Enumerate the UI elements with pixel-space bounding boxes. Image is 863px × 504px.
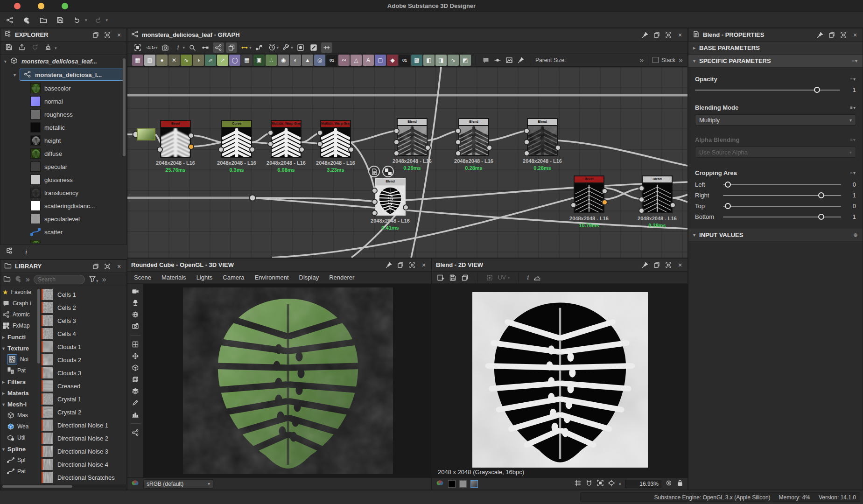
blur-node-icon[interactable]: ● <box>156 55 168 66</box>
transform-icon[interactable] <box>486 274 493 281</box>
pixel-processor-node-icon[interactable]: ◧ <box>423 55 435 66</box>
grayscale-conversion-node-icon[interactable]: 01 <box>326 55 337 66</box>
opacity-slider[interactable] <box>695 87 840 93</box>
library-item[interactable]: Directional Noise 4 <box>42 458 126 471</box>
chevron-down-icon[interactable]: ▾ <box>55 46 57 50</box>
chevron-down-icon[interactable]: ▾ <box>4 59 7 64</box>
node-input-dot[interactable] <box>317 130 323 136</box>
pin-node-icon[interactable] <box>515 55 526 65</box>
thumbnail-icon[interactable] <box>295 42 306 53</box>
tree-item-package[interactable]: ▾monstera_deliciosa_leaf... <box>0 55 126 68</box>
library-category-pat[interactable]: Pat <box>0 466 40 477</box>
fit-view-icon[interactable] <box>132 42 143 53</box>
node-output-dot[interactable] <box>670 202 676 208</box>
library-item[interactable]: Clouds 1 <box>42 340 126 353</box>
close-icon[interactable]: × <box>676 261 684 269</box>
chevron-down-icon[interactable]: ▾ <box>249 45 252 50</box>
curve-node-icon[interactable]: ∿ <box>181 55 192 66</box>
tree-item-output[interactable]: basecolor <box>0 82 126 95</box>
close-icon[interactable]: × <box>420 261 428 269</box>
node-input-dot[interactable] <box>372 199 378 205</box>
info-icon[interactable]: i <box>173 42 184 53</box>
filter-icon[interactable]: ▾ <box>89 275 98 284</box>
pin-icon[interactable] <box>816 31 824 39</box>
node-input-dot[interactable] <box>524 150 530 156</box>
tiles-node-icon[interactable]: ▩ <box>411 55 422 66</box>
fit-frame-icon[interactable] <box>596 479 604 489</box>
library-item[interactable]: Clouds 3 <box>42 366 126 379</box>
node-output-dot[interactable] <box>602 188 608 194</box>
close-icon[interactable]: × <box>851 31 859 39</box>
graph-selected-row[interactable]: monstera_deliciosa_l... <box>20 69 124 81</box>
menu-environment[interactable]: Environment <box>255 274 289 281</box>
transform-node-icon[interactable]: ↗ <box>217 55 228 66</box>
library-item[interactable]: Cells 3 <box>42 314 126 327</box>
center-view-icon[interactable] <box>608 479 615 489</box>
library-category-mas[interactable]: Mas <box>0 410 40 421</box>
library-item[interactable]: Directional Noise 1 <box>42 419 126 432</box>
node-usage-badge-icon[interactable] <box>382 166 394 177</box>
chevron-down-icon[interactable]: ▾ <box>14 72 16 77</box>
clean-icon[interactable] <box>44 43 52 53</box>
library-item[interactable]: Cells 1 <box>42 288 126 301</box>
directional-warp-node-icon[interactable]: ✕ <box>168 55 180 66</box>
tree-item-output[interactable]: glossiness <box>0 173 126 186</box>
tree-item-graph[interactable]: ▾monstera_deliciosa_l... <box>0 68 126 82</box>
connection-route-icon[interactable] <box>253 42 265 53</box>
section-menu-icon[interactable]: ≡▾ <box>852 58 858 63</box>
menu-lights[interactable]: Lights <box>196 274 213 281</box>
compact-mode-icon[interactable] <box>226 42 237 53</box>
zoom-input[interactable] <box>625 480 661 488</box>
tree-item-output[interactable]: translucency <box>0 186 126 199</box>
node-input-dot[interactable] <box>455 139 461 145</box>
new-package-icon[interactable] <box>21 14 33 26</box>
add-input-value-icon[interactable]: ⊕ <box>854 232 858 238</box>
view2d-viewport[interactable]: 2048 x 2048 (Grayscale, 16bpc) <box>432 284 688 477</box>
tile-sampler-node-icon[interactable]: ▦ <box>241 55 253 66</box>
node-output-dot[interactable] <box>348 147 354 153</box>
library-item[interactable]: Creased <box>42 379 126 392</box>
node-input-dot[interactable] <box>267 141 274 147</box>
close-window-button[interactable] <box>14 3 21 9</box>
close-icon[interactable]: × <box>115 263 123 270</box>
snapshot-icon[interactable] <box>132 322 139 330</box>
flood-paint-node-icon[interactable]: ◆ <box>387 55 398 66</box>
pen-icon[interactable] <box>132 399 139 406</box>
sharpen-node-icon[interactable]: △ <box>351 55 362 66</box>
library-item[interactable]: Crystal 2 <box>42 406 126 419</box>
node-input-dot[interactable] <box>393 150 400 156</box>
node-input-dot[interactable] <box>372 188 378 194</box>
chevron-down-icon[interactable]: ▾ <box>277 45 279 50</box>
chevron-down-icon[interactable]: ▾ <box>106 18 108 22</box>
library-categories-scrollbar[interactable] <box>37 289 40 364</box>
node-input-dot[interactable] <box>570 202 576 208</box>
new-image-icon[interactable] <box>437 274 444 281</box>
portal-node-icon[interactable]: ◨ <box>435 55 447 66</box>
close-icon[interactable]: × <box>676 31 684 39</box>
env-icon[interactable] <box>132 311 139 318</box>
paint-icon[interactable] <box>308 42 319 53</box>
node-input-dot[interactable] <box>524 139 530 145</box>
warp-node-icon[interactable]: ⇗ <box>205 55 216 66</box>
value-processor-node-icon[interactable]: 01 <box>399 55 410 66</box>
chevron-down-icon[interactable]: ▾ <box>155 45 158 50</box>
chevron-down-icon[interactable]: ▾ <box>85 18 87 22</box>
minimize-window-button[interactable] <box>38 3 44 9</box>
expand-toolbar-icon[interactable]: » <box>26 275 30 284</box>
crop-slider[interactable] <box>723 214 841 220</box>
node-input-dot[interactable] <box>638 208 645 214</box>
background-gray-swatch[interactable] <box>459 480 467 488</box>
save-icon[interactable] <box>5 43 13 53</box>
frame-icon[interactable] <box>504 55 515 65</box>
sync-icon[interactable] <box>31 43 39 53</box>
library-category-atomic[interactable]: Atomic <box>0 309 40 320</box>
hsl-node-icon[interactable]: ◎ <box>314 55 325 66</box>
float-icon[interactable] <box>653 31 660 39</box>
library-item[interactable]: Cells 2 <box>42 301 126 314</box>
node-output-dot[interactable] <box>188 133 194 139</box>
node-output-dot[interactable] <box>602 199 608 205</box>
wirecube-icon[interactable] <box>132 376 139 383</box>
pin-icon[interactable] <box>641 31 649 39</box>
node-input-dot[interactable] <box>372 210 378 216</box>
node-output-dot[interactable] <box>486 145 492 151</box>
